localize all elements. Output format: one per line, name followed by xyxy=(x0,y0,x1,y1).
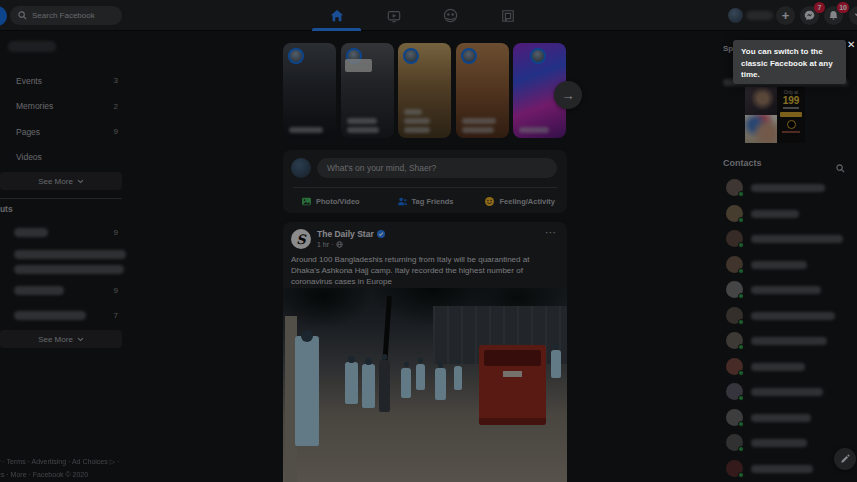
story-card[interactable] xyxy=(341,43,394,138)
contact-row[interactable] xyxy=(723,406,857,432)
photo-bus-plate xyxy=(503,371,522,377)
tooltip-close-icon[interactable]: ✕ xyxy=(847,40,855,50)
tag-friends-button[interactable]: Tag Friends xyxy=(378,190,473,212)
composer-avatar[interactable] xyxy=(291,158,311,178)
contact-name-blurred xyxy=(751,439,807,447)
shortcut-item[interactable]: 9 xyxy=(0,285,122,297)
story-card[interactable] xyxy=(456,43,509,138)
post-timestamp[interactable]: 1 hr · xyxy=(317,241,343,248)
sidebar-item[interactable]: Videos xyxy=(0,145,122,171)
ad-brand-logo xyxy=(787,120,796,129)
see-more-button[interactable]: See More xyxy=(0,172,122,190)
shortcut-item[interactable]: 9 xyxy=(0,227,122,239)
online-status-dot xyxy=(738,472,744,478)
notifications-button[interactable]: 10 xyxy=(824,6,843,25)
sidebar-item[interactable]: Events 3 xyxy=(0,68,122,94)
contact-row[interactable] xyxy=(723,176,857,202)
photo-bus-window xyxy=(484,350,541,366)
story-name-line xyxy=(519,127,549,133)
shortcut-name-blurred xyxy=(14,265,124,274)
shortcut-item[interactable]: 7 xyxy=(0,310,122,322)
story-card[interactable] xyxy=(398,43,451,138)
contact-row[interactable] xyxy=(723,355,857,381)
globe-icon xyxy=(336,241,343,248)
footer-line-2[interactable]: es · More · Facebook © 2020 xyxy=(0,468,187,481)
tooltip-text: You can switch to the classic Facebook a… xyxy=(741,47,833,79)
ad-subscribe-button[interactable] xyxy=(780,112,802,117)
sidebar-item-count: 9 xyxy=(114,127,118,136)
contact-row[interactable] xyxy=(723,380,857,406)
ad-fineprint-blurred xyxy=(782,131,800,133)
online-status-dot xyxy=(738,242,744,248)
sidebar-item[interactable]: Pages 9 xyxy=(0,119,122,145)
shortcut-count: 9 xyxy=(114,286,118,295)
story-name-line xyxy=(404,109,422,115)
sidebar-profile-link-blurred[interactable] xyxy=(8,41,56,52)
home-icon xyxy=(330,9,344,23)
account-menu-button[interactable] xyxy=(849,6,857,25)
contact-name-blurred xyxy=(751,465,813,473)
sidebar-item-label: Memories xyxy=(16,101,53,111)
sidebar-item[interactable]: Memories 2 xyxy=(0,94,122,120)
top-navigation-bar: Search Facebook + 7 xyxy=(0,0,857,31)
tab-groups[interactable] xyxy=(422,0,479,31)
gaming-icon xyxy=(501,9,515,23)
chevron-down-icon xyxy=(77,336,84,343)
contact-row[interactable] xyxy=(723,278,857,304)
story-name-line xyxy=(462,118,496,124)
see-more-shortcuts-button[interactable]: See More xyxy=(0,330,122,348)
photo-person-ppe xyxy=(345,362,358,404)
story-name-line xyxy=(404,127,430,133)
messenger-button[interactable]: 7 xyxy=(800,6,819,25)
ad-image-bottom xyxy=(745,115,777,143)
contact-row[interactable] xyxy=(723,304,857,330)
profile-avatar[interactable] xyxy=(728,8,743,23)
watch-icon xyxy=(387,9,401,23)
tab-watch[interactable] xyxy=(365,0,422,31)
shortcut-item[interactable] xyxy=(0,264,122,276)
profile-name-blurred[interactable] xyxy=(746,11,773,20)
story-name-blurred xyxy=(404,106,445,133)
story-name-line xyxy=(404,118,430,124)
online-status-dot xyxy=(738,191,744,197)
tab-gaming[interactable] xyxy=(479,0,536,31)
facebook-logo[interactable] xyxy=(0,6,7,26)
post-photo[interactable] xyxy=(283,288,567,482)
contacts-search-button[interactable] xyxy=(836,159,845,177)
pencil-icon xyxy=(840,454,850,464)
page-logo-daily-star[interactable]: S xyxy=(291,229,311,249)
sidebar-item-label: Videos xyxy=(16,152,42,162)
contact-name-blurred xyxy=(751,414,811,422)
photo-person-ppe xyxy=(362,364,375,408)
composer-input[interactable] xyxy=(317,158,557,178)
stories-next-button[interactable]: → xyxy=(554,81,582,109)
footer-links[interactable]: y · Terms · Advertising · Ad Choices ▷ ·… xyxy=(0,455,187,481)
photo-person-ppe xyxy=(416,364,425,390)
notifications-badge: 10 xyxy=(837,2,849,13)
feeling-activity-label: Feeling/Activity xyxy=(499,197,554,206)
composer-divider xyxy=(293,187,557,188)
search-input[interactable]: Search Facebook xyxy=(10,6,122,25)
contact-row[interactable] xyxy=(723,227,857,253)
ad-image-top xyxy=(745,87,777,115)
photo-video-button[interactable]: Photo/Video xyxy=(283,190,378,212)
online-status-dot xyxy=(738,293,744,299)
shortcuts-title: Shortcuts xyxy=(0,204,13,214)
contact-row[interactable] xyxy=(723,329,857,355)
create-button[interactable]: + xyxy=(776,6,795,25)
post-author[interactable]: The Daily Star xyxy=(317,229,385,239)
post-options-button[interactable]: ⋯ xyxy=(545,226,557,239)
shortcut-item[interactable] xyxy=(0,249,122,261)
story-card[interactable] xyxy=(283,43,336,138)
feeling-activity-button[interactable]: Feeling/Activity xyxy=(472,190,567,212)
contact-row[interactable] xyxy=(723,253,857,279)
footer-line-1[interactable]: y · Terms · Advertising · Ad Choices ▷ · xyxy=(0,455,187,468)
sponsored-ad[interactable]: Only at 199 xyxy=(745,87,805,143)
ad-images xyxy=(745,87,777,143)
new-message-button[interactable] xyxy=(834,448,856,470)
sidebar-item-count: 3 xyxy=(114,76,118,85)
online-status-dot xyxy=(738,370,744,376)
tab-home[interactable] xyxy=(308,0,365,31)
contact-row[interactable] xyxy=(723,202,857,228)
search-icon xyxy=(18,11,27,20)
